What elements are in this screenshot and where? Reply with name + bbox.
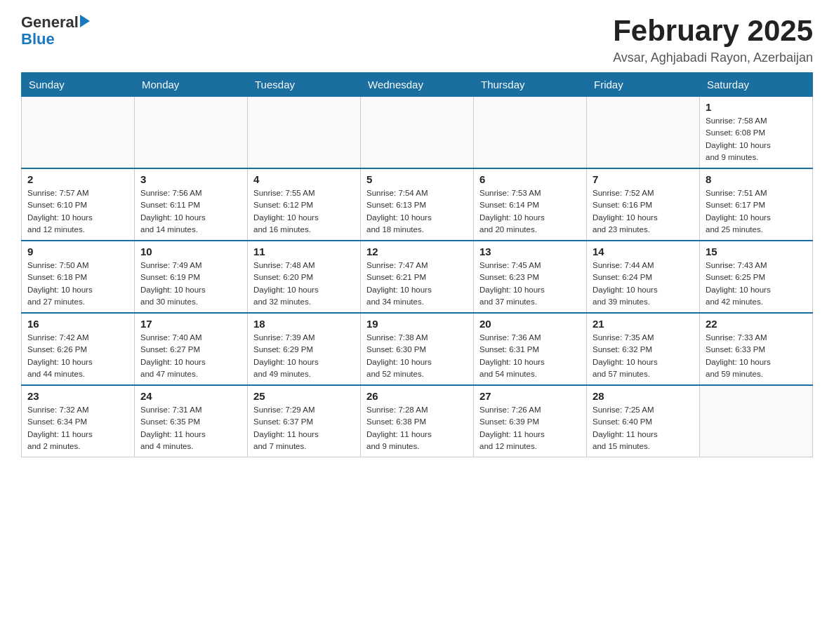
- day-number: 3: [140, 173, 241, 185]
- day-number: 7: [593, 173, 694, 185]
- calendar-cell: 18Sunrise: 7:39 AM Sunset: 6:29 PM Dayli…: [248, 313, 361, 385]
- day-info: Sunrise: 7:56 AM Sunset: 6:11 PM Dayligh…: [140, 187, 241, 236]
- day-number: 16: [27, 318, 128, 330]
- day-info: Sunrise: 7:29 AM Sunset: 6:37 PM Dayligh…: [253, 404, 355, 452]
- calendar-cell: 3Sunrise: 7:56 AM Sunset: 6:11 PM Daylig…: [135, 168, 248, 241]
- day-number: 12: [366, 246, 468, 257]
- calendar-cell: 28Sunrise: 7:25 AM Sunset: 6:40 PM Dayli…: [587, 385, 700, 457]
- day-info: Sunrise: 7:55 AM Sunset: 6:12 PM Dayligh…: [253, 187, 355, 236]
- day-info: Sunrise: 7:57 AM Sunset: 6:10 PM Dayligh…: [27, 187, 128, 236]
- calendar-cell: [22, 97, 135, 169]
- calendar-cell: [474, 97, 587, 169]
- day-number: 21: [593, 318, 694, 330]
- day-info: Sunrise: 7:32 AM Sunset: 6:34 PM Dayligh…: [27, 404, 128, 452]
- weekday-header-monday: Monday: [135, 73, 248, 97]
- calendar-cell: 11Sunrise: 7:48 AM Sunset: 6:20 PM Dayli…: [248, 241, 361, 313]
- day-number: 6: [479, 173, 581, 185]
- day-number: 17: [140, 318, 241, 330]
- day-info: Sunrise: 7:31 AM Sunset: 6:35 PM Dayligh…: [140, 404, 241, 452]
- calendar-cell: 22Sunrise: 7:33 AM Sunset: 6:33 PM Dayli…: [700, 313, 813, 385]
- day-info: Sunrise: 7:25 AM Sunset: 6:40 PM Dayligh…: [593, 404, 694, 452]
- day-info: Sunrise: 7:36 AM Sunset: 6:31 PM Dayligh…: [479, 332, 581, 380]
- day-info: Sunrise: 7:45 AM Sunset: 6:23 PM Dayligh…: [479, 260, 581, 308]
- calendar-cell: [361, 97, 474, 169]
- page-title: February 2025: [613, 14, 813, 48]
- calendar-week-row: 9Sunrise: 7:50 AM Sunset: 6:18 PM Daylig…: [22, 241, 813, 313]
- calendar-table: SundayMondayTuesdayWednesdayThursdayFrid…: [21, 72, 813, 457]
- calendar-cell: 23Sunrise: 7:32 AM Sunset: 6:34 PM Dayli…: [22, 385, 135, 457]
- calendar-cell: 25Sunrise: 7:29 AM Sunset: 6:37 PM Dayli…: [248, 385, 361, 457]
- day-info: Sunrise: 7:35 AM Sunset: 6:32 PM Dayligh…: [593, 332, 694, 380]
- day-info: Sunrise: 7:53 AM Sunset: 6:14 PM Dayligh…: [479, 187, 581, 236]
- weekday-header-row: SundayMondayTuesdayWednesdayThursdayFrid…: [22, 73, 813, 97]
- calendar-cell: 8Sunrise: 7:51 AM Sunset: 6:17 PM Daylig…: [700, 168, 813, 241]
- calendar-cell: 13Sunrise: 7:45 AM Sunset: 6:23 PM Dayli…: [474, 241, 587, 313]
- logo-general: General: [21, 14, 79, 31]
- day-info: Sunrise: 7:54 AM Sunset: 6:13 PM Dayligh…: [366, 187, 468, 236]
- calendar-cell: 1Sunrise: 7:58 AM Sunset: 6:08 PM Daylig…: [700, 97, 813, 169]
- day-number: 15: [706, 246, 807, 257]
- calendar-cell: 2Sunrise: 7:57 AM Sunset: 6:10 PM Daylig…: [22, 168, 135, 241]
- weekday-header-tuesday: Tuesday: [248, 73, 361, 97]
- calendar-cell: 21Sunrise: 7:35 AM Sunset: 6:32 PM Dayli…: [587, 313, 700, 385]
- calendar-cell: 5Sunrise: 7:54 AM Sunset: 6:13 PM Daylig…: [361, 168, 474, 241]
- day-number: 24: [140, 390, 241, 402]
- calendar-week-row: 23Sunrise: 7:32 AM Sunset: 6:34 PM Dayli…: [22, 385, 813, 457]
- day-number: 2: [27, 173, 128, 185]
- calendar-cell: 20Sunrise: 7:36 AM Sunset: 6:31 PM Dayli…: [474, 313, 587, 385]
- calendar-cell: 16Sunrise: 7:42 AM Sunset: 6:26 PM Dayli…: [22, 313, 135, 385]
- calendar-cell: 15Sunrise: 7:43 AM Sunset: 6:25 PM Dayli…: [700, 241, 813, 313]
- day-info: Sunrise: 7:51 AM Sunset: 6:17 PM Dayligh…: [706, 187, 807, 236]
- calendar-week-row: 2Sunrise: 7:57 AM Sunset: 6:10 PM Daylig…: [22, 168, 813, 241]
- day-number: 22: [706, 318, 807, 330]
- calendar-cell: 17Sunrise: 7:40 AM Sunset: 6:27 PM Dayli…: [135, 313, 248, 385]
- day-number: 27: [479, 390, 581, 402]
- day-number: 19: [366, 318, 468, 330]
- day-info: Sunrise: 7:49 AM Sunset: 6:19 PM Dayligh…: [140, 260, 241, 308]
- calendar-cell: [587, 97, 700, 169]
- day-info: Sunrise: 7:50 AM Sunset: 6:18 PM Dayligh…: [27, 260, 128, 308]
- day-number: 1: [706, 101, 807, 113]
- day-number: 28: [593, 390, 694, 402]
- day-number: 8: [706, 173, 807, 185]
- day-number: 14: [593, 246, 694, 257]
- calendar-cell: 19Sunrise: 7:38 AM Sunset: 6:30 PM Dayli…: [361, 313, 474, 385]
- calendar-cell: 26Sunrise: 7:28 AM Sunset: 6:38 PM Dayli…: [361, 385, 474, 457]
- day-number: 5: [366, 173, 468, 185]
- day-number: 4: [253, 173, 355, 185]
- weekday-header-wednesday: Wednesday: [361, 73, 474, 97]
- calendar-cell: 7Sunrise: 7:52 AM Sunset: 6:16 PM Daylig…: [587, 168, 700, 241]
- weekday-header-thursday: Thursday: [474, 73, 587, 97]
- day-number: 20: [479, 318, 581, 330]
- calendar-cell: [700, 385, 813, 457]
- day-info: Sunrise: 7:39 AM Sunset: 6:29 PM Dayligh…: [253, 332, 355, 380]
- calendar-week-row: 16Sunrise: 7:42 AM Sunset: 6:26 PM Dayli…: [22, 313, 813, 385]
- page-subtitle: Avsar, Aghjabadi Rayon, Azerbaijan: [613, 51, 813, 65]
- day-info: Sunrise: 7:58 AM Sunset: 6:08 PM Dayligh…: [706, 115, 807, 163]
- day-number: 18: [253, 318, 355, 330]
- calendar-cell: 6Sunrise: 7:53 AM Sunset: 6:14 PM Daylig…: [474, 168, 587, 241]
- calendar-cell: 10Sunrise: 7:49 AM Sunset: 6:19 PM Dayli…: [135, 241, 248, 313]
- logo: General Blue: [21, 14, 90, 48]
- day-info: Sunrise: 7:52 AM Sunset: 6:16 PM Dayligh…: [593, 187, 694, 236]
- day-info: Sunrise: 7:42 AM Sunset: 6:26 PM Dayligh…: [27, 332, 128, 380]
- calendar-cell: 27Sunrise: 7:26 AM Sunset: 6:39 PM Dayli…: [474, 385, 587, 457]
- calendar-cell: 12Sunrise: 7:47 AM Sunset: 6:21 PM Dayli…: [361, 241, 474, 313]
- day-number: 26: [366, 390, 468, 402]
- day-info: Sunrise: 7:38 AM Sunset: 6:30 PM Dayligh…: [366, 332, 468, 380]
- logo-blue: Blue: [21, 31, 90, 48]
- logo-arrow-icon: [80, 15, 90, 27]
- weekday-header-saturday: Saturday: [700, 73, 813, 97]
- day-info: Sunrise: 7:40 AM Sunset: 6:27 PM Dayligh…: [140, 332, 241, 380]
- day-number: 10: [140, 246, 241, 257]
- day-number: 13: [479, 246, 581, 257]
- day-info: Sunrise: 7:48 AM Sunset: 6:20 PM Dayligh…: [253, 260, 355, 308]
- day-info: Sunrise: 7:33 AM Sunset: 6:33 PM Dayligh…: [706, 332, 807, 380]
- title-block: February 2025 Avsar, Aghjabadi Rayon, Az…: [613, 14, 813, 65]
- day-info: Sunrise: 7:47 AM Sunset: 6:21 PM Dayligh…: [366, 260, 468, 308]
- day-number: 25: [253, 390, 355, 402]
- weekday-header-sunday: Sunday: [22, 73, 135, 97]
- calendar-cell: 14Sunrise: 7:44 AM Sunset: 6:24 PM Dayli…: [587, 241, 700, 313]
- calendar-cell: [135, 97, 248, 169]
- day-info: Sunrise: 7:44 AM Sunset: 6:24 PM Dayligh…: [593, 260, 694, 308]
